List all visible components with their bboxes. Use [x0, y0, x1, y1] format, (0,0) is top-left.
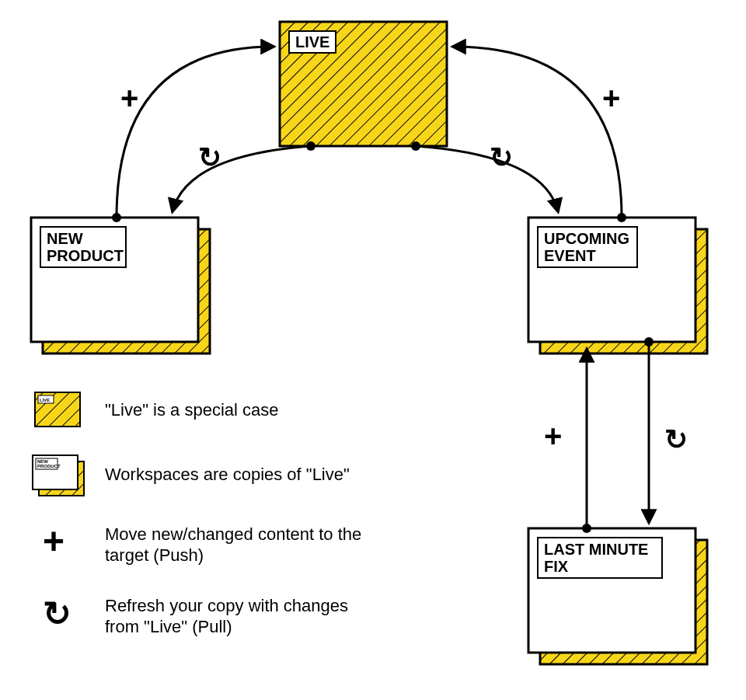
legend-pull-text-2: from "Live" (Pull) [105, 617, 232, 636]
refresh-icon: ↻ [43, 594, 71, 632]
upcoming-event-label-2: EVENT [544, 247, 596, 264]
node-new-product: NEW PRODUCT [31, 218, 210, 353]
legend: LIVE "Live" is a special case NEW PRODUC… [33, 392, 361, 636]
upcoming-event-label-1: UPCOMING [544, 230, 629, 247]
refresh-icon: ↻ [198, 141, 221, 173]
last-minute-fix-label-1: LAST MINUTE [544, 541, 648, 558]
legend-live-text: "Live" is a special case [105, 400, 279, 420]
workspace-diagram: LIVE NEW PRODUCT UPCOMING EVENT LAST MIN… [0, 0, 746, 700]
node-live: LIVE [280, 22, 447, 146]
plus-icon: + [544, 419, 562, 453]
new-product-label-2: PRODUCT [47, 247, 124, 264]
plus-icon: + [43, 521, 64, 562]
legend-workspace-icon: NEW PRODUCT [33, 455, 84, 496]
legend-push-text-1: Move new/changed content to the [105, 524, 361, 544]
plus-icon: + [120, 81, 138, 115]
arrows-lastminutefix-upcomingevent: + ↻ [544, 337, 688, 533]
legend-pull-text-1: Refresh your copy with changes [105, 596, 348, 615]
legend-workspace-text: Workspaces are copies of "Live" [105, 465, 350, 484]
refresh-icon: ↻ [490, 141, 513, 173]
legend-live-icon: LIVE [35, 392, 80, 427]
svg-text:PRODUCT: PRODUCT [37, 464, 61, 468]
svg-text:LIVE: LIVE [40, 398, 50, 402]
legend-push-text-2: target (Push) [105, 545, 204, 565]
node-last-minute-fix: LAST MINUTE FIX [528, 528, 707, 664]
node-upcoming-event: UPCOMING EVENT [528, 218, 707, 353]
new-product-label-1: NEW [47, 230, 83, 247]
live-label: LIVE [295, 33, 329, 50]
last-minute-fix-label-2: FIX [544, 558, 569, 575]
refresh-icon: ↻ [664, 423, 688, 455]
plus-icon: + [602, 81, 620, 115]
